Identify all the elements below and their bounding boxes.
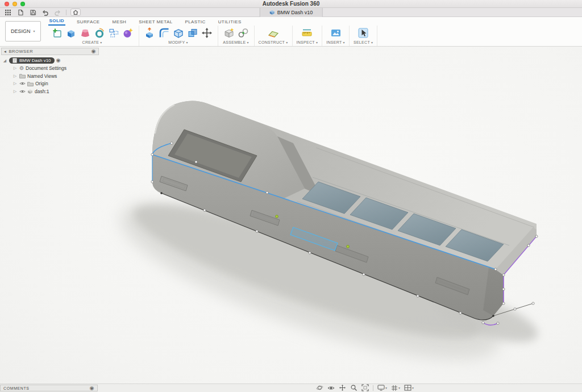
status-bar: COMMENTS ◉ <box>0 383 582 392</box>
display-settings-icon[interactable]: ▾ <box>377 385 387 391</box>
group-insert: INSERT▾ <box>322 26 350 46</box>
ribbon-groups: CREATE▾ <box>46 26 378 46</box>
insert-canvas-icon[interactable] <box>329 26 343 40</box>
group-insert-label[interactable]: INSERT▾ <box>326 40 345 44</box>
tab-surface[interactable]: SURFACE <box>76 19 101 26</box>
tree-item-named-views[interactable]: ▷ Named Views <box>11 72 99 80</box>
look-at-icon[interactable] <box>327 385 335 391</box>
viewport-3d[interactable] <box>0 47 582 392</box>
expand-triangle-icon[interactable]: ◢ <box>2 59 7 63</box>
dropdown-caret-icon: ▾ <box>412 386 414 390</box>
zoom-icon[interactable] <box>350 384 357 391</box>
document-file-icon <box>13 58 17 63</box>
document-cube-icon <box>269 10 275 15</box>
minimize-button[interactable] <box>13 2 17 6</box>
collapsed-triangle-icon[interactable]: ▷ <box>13 81 18 86</box>
comments-expand-icon[interactable]: ◉ <box>90 386 94 391</box>
viewports-icon[interactable]: ▾ <box>404 385 414 391</box>
workspace-switcher-button[interactable]: DESIGN ▾ <box>5 21 41 41</box>
active-document-pill[interactable]: BMW Dash v10 <box>9 57 55 64</box>
loft-icon[interactable] <box>78 26 92 40</box>
joint-icon[interactable] <box>236 26 250 40</box>
ribbon: DESIGN ▾ SOLID SURFACE MESH SHEET METAL … <box>0 17 582 47</box>
browser-options-icon[interactable]: ◉ <box>92 49 96 54</box>
folder-icon <box>27 81 34 86</box>
tab-utilities[interactable]: UTILITIES <box>217 19 243 26</box>
fit-icon[interactable] <box>361 384 369 391</box>
file-menu-icon[interactable] <box>16 9 24 16</box>
browser-title: BROWSER <box>9 49 33 54</box>
browser-header[interactable]: ◂ BROWSER ◉ <box>1 48 99 55</box>
shell-icon[interactable] <box>172 26 185 40</box>
close-button[interactable] <box>5 2 9 6</box>
visibility-eye-icon[interactable] <box>19 81 26 86</box>
dropdown-caret-icon: ▾ <box>343 41 345 44</box>
dropdown-caret-icon: ▾ <box>371 41 373 44</box>
document-toolbar: BMW Dash v10 <box>0 8 582 17</box>
fillet-icon[interactable] <box>157 26 171 40</box>
rectangular-pattern-icon[interactable] <box>107 26 120 40</box>
pan-icon[interactable] <box>339 384 346 391</box>
viewport-canvas[interactable]: ◂ BROWSER ◉ ◢ BMW Dash v10 ◉ ▷ ⚙ Docu <box>0 47 582 392</box>
folder-icon <box>19 73 26 78</box>
press-pull-icon[interactable] <box>143 26 157 40</box>
group-inspect-label[interactable]: INSPECT▾ <box>297 40 318 44</box>
tree-item-document-settings[interactable]: ▷ ⚙ Document Settings <box>11 65 99 73</box>
browser-panel: ◂ BROWSER ◉ ◢ BMW Dash v10 ◉ ▷ ⚙ Docu <box>1 48 99 95</box>
group-inspect: INSPECT▾ <box>293 26 323 46</box>
move-copy-icon[interactable] <box>200 26 214 40</box>
redo-icon[interactable] <box>53 9 62 16</box>
group-construct-label[interactable]: CONSTRUCT▾ <box>259 40 288 44</box>
combine-icon[interactable] <box>186 26 199 40</box>
measure-icon[interactable] <box>300 26 314 40</box>
visibility-eye-icon[interactable] <box>19 89 26 94</box>
collapsed-triangle-icon[interactable]: ▷ <box>13 74 18 78</box>
tree-item-root-document[interactable]: ◢ BMW Dash v10 ◉ <box>1 57 99 65</box>
grid-settings-icon[interactable]: ▾ <box>391 385 400 391</box>
undo-icon[interactable] <box>41 9 49 16</box>
tree-item-origin[interactable]: ▷ Origin <box>11 80 99 88</box>
document-tab[interactable]: BMW Dash v10 <box>260 8 323 17</box>
zoom-button[interactable] <box>20 2 25 6</box>
orbit-icon[interactable] <box>316 384 323 391</box>
tab-sheet-metal[interactable]: SHEET METAL <box>138 19 173 26</box>
group-create-label[interactable]: CREATE▾ <box>82 40 102 44</box>
document-state-icon[interactable]: ◉ <box>56 58 61 63</box>
navigation-toolbar: ▾ ▾ ▾ <box>316 384 414 391</box>
tab-plastic[interactable]: PLASTIC <box>184 19 207 26</box>
tree-item-dash-component[interactable]: ▷ dash:1 <box>11 87 99 95</box>
group-construct: CONSTRUCT▾ <box>255 26 293 46</box>
app-grid-icon[interactable] <box>3 9 12 16</box>
dropdown-caret-icon: ▾ <box>34 30 35 33</box>
ribbon-tabs: SOLID SURFACE MESH SHEET METAL PLASTIC U… <box>46 17 378 26</box>
group-select-label[interactable]: SELECT▾ <box>354 40 373 44</box>
collapse-panel-icon[interactable]: ◂ <box>4 49 6 54</box>
group-create: CREATE▾ <box>46 26 139 46</box>
group-modify-label[interactable]: MODIFY▾ <box>168 40 188 44</box>
fusion360-window: Autodesk Fusion 360 BMW Dash v10 DESIGN <box>0 0 582 392</box>
home-view-button[interactable] <box>70 9 81 16</box>
construction-plane-icon[interactable] <box>267 26 280 40</box>
component-cube-icon <box>27 89 33 94</box>
create-form-icon[interactable] <box>121 26 135 40</box>
create-sketch-icon[interactable] <box>50 26 64 40</box>
tab-solid[interactable]: SOLID <box>48 18 65 26</box>
tree-item-label: dash:1 <box>35 89 49 94</box>
macos-titlebar: Autodesk Fusion 360 <box>0 0 582 8</box>
dropdown-caret-icon: ▾ <box>385 386 387 390</box>
traffic-lights <box>5 2 25 6</box>
group-assemble-label[interactable]: ASSEMBLE▾ <box>223 40 248 44</box>
collapsed-triangle-icon[interactable]: ▷ <box>13 89 18 94</box>
collapsed-triangle-icon[interactable]: ▷ <box>13 66 18 70</box>
revolve-icon[interactable] <box>93 26 106 40</box>
select-cursor-icon[interactable] <box>356 26 370 40</box>
save-icon[interactable] <box>28 9 37 16</box>
dropdown-caret-icon: ▾ <box>186 41 188 44</box>
new-component-icon[interactable] <box>222 26 236 40</box>
dropdown-caret-icon: ▾ <box>316 41 318 44</box>
dropdown-caret-icon: ▾ <box>247 41 248 44</box>
comments-panel[interactable]: COMMENTS ◉ <box>0 385 98 391</box>
tab-mesh[interactable]: MESH <box>111 19 128 26</box>
extrude-icon[interactable] <box>64 26 78 40</box>
browser-tree: ◢ BMW Dash v10 ◉ ▷ ⚙ Document Settings ▷… <box>1 55 99 95</box>
